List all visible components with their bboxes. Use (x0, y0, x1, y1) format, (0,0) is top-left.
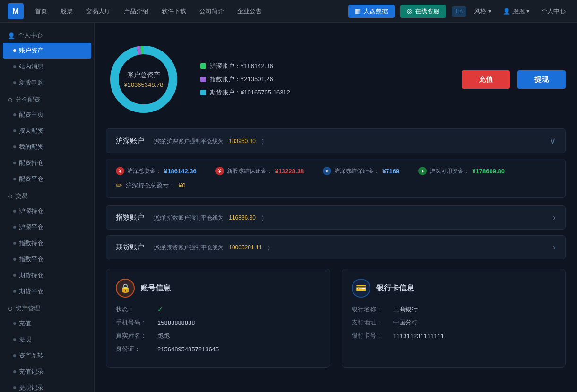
collapse-icon: ∨ (550, 136, 556, 146)
nav-announcement[interactable]: 企业公告 (232, 4, 267, 18)
btn-style[interactable]: 风格 ▾ (470, 5, 495, 17)
bullet-icon (13, 386, 16, 389)
bank-branch-row: 支行地址： 中国分行 (352, 318, 556, 327)
account-realname-row: 真实姓名： 跑跑 (116, 332, 320, 340)
bullet-icon (13, 81, 16, 84)
btn-customer-service[interactable]: ◎ 在线客服 (400, 5, 446, 18)
sidebar-section-margin: ⊙ 分仓配资 (0, 91, 94, 107)
sidebar-item-margin-close[interactable]: 配资平仓 (0, 171, 94, 187)
sidebar-item-ipo[interactable]: 新股申购 (0, 75, 94, 91)
index-section-header[interactable]: 指数账户 （您的指数账户强制平仓线为 116836.30 ） › (106, 205, 566, 230)
freeze-icon: ❄ (323, 167, 331, 175)
sidebar-section-assets: ⊙ 资产管理 (0, 299, 94, 315)
account-legend: 沪深账户：¥186142.36 指数账户：¥213501.26 期货账户：¥10… (200, 62, 290, 97)
sidebar-item-husheng-close[interactable]: 沪深平仓 (0, 219, 94, 235)
edit-icon: ✏ (116, 181, 122, 190)
nav-home[interactable]: 首页 (29, 4, 53, 18)
sidebar-item-daily-margin[interactable]: 按天配资 (0, 123, 94, 139)
navbar: M 首页 股票 交易大厅 产品介绍 软件下载 公司简介 企业公告 ▦ 大盘数据 … (0, 0, 577, 23)
sidebar-item-index-close[interactable]: 指数平仓 (0, 251, 94, 267)
nav-stocks[interactable]: 股票 (55, 4, 78, 18)
account-info-card: 🔒 账号信息 状态： ✓ 手机号码： 15888888888 真实姓名： 跑跑 … (106, 269, 330, 368)
legend-husheng: 沪深账户：¥186142.36 (200, 62, 290, 70)
assets-icon: ⊙ (8, 305, 13, 312)
chevron-down-icon: ▾ (488, 8, 491, 15)
btn-user[interactable]: 👤 跑跑 ▾ (499, 5, 534, 17)
withdraw-button[interactable]: 提现 (517, 70, 566, 89)
donut-center: 账户总资产 ¥10365348.78 (124, 71, 163, 88)
bullet-icon (13, 354, 16, 357)
bullet-icon (13, 210, 16, 213)
info-cards: 🔒 账号信息 状态： ✓ 手机号码： 15888888888 真实姓名： 跑跑 … (106, 269, 566, 368)
sidebar-item-account-assets[interactable]: 账户资产 (3, 43, 91, 59)
stat-total-funds: ¥ 沪深总资金： ¥186142.36 (116, 167, 197, 175)
legend-dot-husheng (200, 63, 206, 69)
bullet-icon (13, 338, 16, 341)
main-layout: 👤 个人中心 账户资产 站内消息 新股申购 ⊙ 分仓配资 配资主页 按天配资 (0, 23, 577, 392)
legend-dot-futures (200, 90, 206, 95)
sidebar-item-husheng-position[interactable]: 沪深持仓 (0, 203, 94, 219)
bullet-icon (13, 226, 16, 229)
logo: M (8, 3, 24, 19)
account-id-row: 身份证： 215648954857213645 (116, 345, 320, 353)
sidebar-item-messages[interactable]: 站内消息 (0, 59, 94, 75)
stat-frozen-margin: ¥ 新股冻结保证金： ¥13228.38 (215, 167, 304, 175)
husheng-stats-row: ¥ 沪深总资金： ¥186142.36 ¥ 新股冻结保证金： ¥13228.38… (116, 167, 556, 175)
sidebar-item-withdraw[interactable]: 提现 (0, 332, 94, 348)
sidebar: 👤 个人中心 账户资产 站内消息 新股申购 ⊙ 分仓配资 配资主页 按天配资 (0, 23, 95, 392)
trade-icon: ⊙ (8, 193, 13, 200)
account-status-row: 状态： ✓ (116, 305, 320, 314)
account-phone-row: 手机号码： 15888888888 (116, 318, 320, 327)
legend-index: 指数账户：¥213501.26 (200, 75, 290, 84)
bullet-icon (13, 129, 16, 132)
service-icon: ◎ (407, 8, 412, 15)
user-icon: 👤 (503, 8, 510, 15)
nav-trading[interactable]: 交易大厅 (80, 4, 116, 18)
bank-info-card: 💳 银行卡信息 银行名称： 工商银行 支行地址： 中国分行 银行卡号： 1113… (342, 269, 566, 368)
bullet-icon (13, 290, 16, 293)
deposit-button[interactable]: 充值 (462, 70, 510, 89)
sidebar-item-deposit-records[interactable]: 充值记录 (0, 364, 94, 380)
nav-about[interactable]: 公司简介 (194, 4, 230, 18)
stat-available-funds: ● 沪深可用资金： ¥178609.80 (418, 167, 505, 175)
bullet-icon (13, 49, 16, 52)
bullet-icon (13, 178, 16, 180)
chevron-down-icon-user: ▾ (526, 8, 530, 15)
sidebar-item-index-position[interactable]: 指数持仓 (0, 235, 94, 251)
holding-row: ✏ 沪深持仓总盈亏： ¥0 (116, 181, 556, 190)
donut-chart: 账户总资产 ¥10365348.78 (106, 42, 181, 117)
sidebar-item-withdraw-records[interactable]: 提现记录 (0, 380, 94, 392)
bullet-icon (13, 258, 16, 261)
bullet-icon (13, 322, 16, 325)
money-icon-red2: ¥ (215, 167, 224, 175)
sidebar-item-deposit[interactable]: 充值 (0, 315, 94, 332)
sidebar-item-transfer[interactable]: 资产互转 (0, 348, 94, 364)
sidebar-item-margin-home[interactable]: 配资主页 (0, 107, 94, 123)
sidebar-item-margin-position[interactable]: 配资持仓 (0, 155, 94, 171)
margin-icon: ⊙ (8, 96, 13, 103)
legend-dot-index (200, 77, 206, 82)
husheng-section-header[interactable]: 沪深账户 （您的沪深账户强制平仓线为 183950.80 ） ∨ (106, 128, 566, 153)
market-icon: ▦ (355, 8, 361, 15)
bullet-icon (13, 113, 16, 116)
expand-icon-index: › (553, 213, 556, 222)
nav-download[interactable]: 软件下载 (156, 4, 192, 18)
futures-section-header[interactable]: 期货账户 （您的期货账户强制平仓线为 10005201.11 ） › (106, 235, 566, 259)
nav-products[interactable]: 产品介绍 (118, 4, 154, 18)
sidebar-item-my-margin[interactable]: 我的配资 (0, 139, 94, 155)
bullet-icon (13, 145, 16, 148)
sidebar-section-personal: 👤 个人中心 (0, 26, 94, 43)
account-actions: 充值 提现 (462, 70, 566, 89)
card-icon: 💳 (352, 279, 370, 298)
bullet-icon (13, 162, 16, 164)
btn-market-data[interactable]: ▦ 大盘数据 (348, 5, 395, 18)
bank-name-row: 银行名称： 工商银行 (352, 305, 556, 314)
btn-language[interactable]: En (452, 6, 466, 17)
sidebar-item-futures-position[interactable]: 期货持仓 (0, 267, 94, 283)
available-icon: ● (418, 167, 427, 175)
sidebar-item-futures-close[interactable]: 期货平仓 (0, 283, 94, 299)
bullet-icon (13, 274, 16, 277)
account-overview: 账户总资产 ¥10365348.78 沪深账户：¥186142.36 指数账户：… (106, 32, 566, 128)
shield-icon: 🔒 (116, 279, 135, 298)
btn-personal-center[interactable]: 个人中心 (537, 5, 569, 17)
